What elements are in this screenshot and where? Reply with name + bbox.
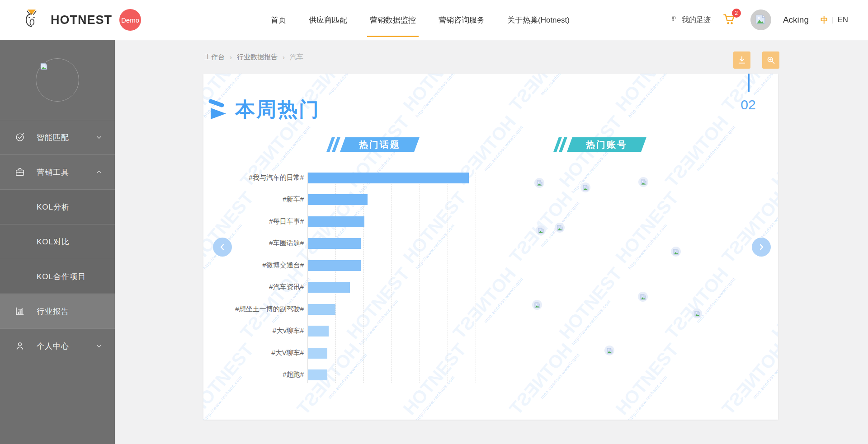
- brand-logo[interactable]: HOTNEST Demo: [20, 7, 194, 33]
- account-avatar[interactable]: [671, 247, 681, 257]
- page-number: 02: [733, 97, 763, 112]
- sidebar-item-label: 行业报告: [37, 306, 69, 317]
- sidebar-item-label: KOL合作项目: [37, 271, 86, 282]
- nav-item-supplier-match[interactable]: 供应商匹配: [308, 12, 348, 28]
- accounts-section-label: 热门账号: [586, 139, 627, 151]
- topics-section-label: 热门话题: [359, 139, 401, 151]
- previous-slide-button[interactable]: [213, 238, 232, 257]
- sidebar-item-label: 个人中心: [37, 341, 69, 351]
- topbar-right: 我的足迹 2 Acking 中 | EN: [670, 9, 848, 30]
- accounts-section-ribbon: 热门账号: [556, 137, 644, 152]
- nav-item-home[interactable]: 首页: [270, 12, 287, 28]
- sidebar-item-smart-match[interactable]: 智能匹配: [0, 120, 115, 154]
- main-content: 工作台 › 行业数据报告 › 汽车 HOTNESThttp://www.rech…: [115, 40, 868, 444]
- sidebar-item-marketing-tools[interactable]: 营销工具: [0, 154, 115, 189]
- sidebar-item-label: KOL分析: [37, 202, 70, 212]
- sidebar-item-kol-analysis[interactable]: KOL分析: [0, 189, 115, 224]
- brand-name: HOTNEST: [51, 13, 112, 27]
- account-avatar[interactable]: [532, 300, 542, 310]
- breadcrumb-separator: ›: [230, 53, 232, 61]
- username-label[interactable]: Acking: [783, 15, 809, 25]
- chevron-up-icon: [96, 169, 102, 175]
- account-avatar[interactable]: [555, 223, 565, 233]
- slide-title: 本周热门: [235, 96, 320, 123]
- sidebar-item-label: KOL对比: [37, 237, 70, 247]
- account-avatar[interactable]: [638, 292, 648, 302]
- footprint-icon: [670, 14, 678, 25]
- account-avatar[interactable]: [604, 346, 614, 355]
- page-number-line: [748, 74, 750, 92]
- topbar: HOTNEST Demo 首页 供应商匹配 营销数据监控 营销咨询服务 关于热巢…: [0, 0, 868, 40]
- lang-en-option[interactable]: EN: [837, 15, 848, 24]
- language-switcher: 中 | EN: [821, 15, 848, 25]
- sidebar-item-label: 智能匹配: [37, 132, 69, 143]
- chevron-down-icon: [96, 134, 102, 140]
- account-avatar[interactable]: [536, 225, 546, 235]
- breadcrumb-industry-reports[interactable]: 行业数据报告: [237, 53, 278, 61]
- broken-image-icon: [755, 14, 766, 25]
- chevron-right-icon: [757, 243, 765, 251]
- account-avatar[interactable]: [534, 178, 544, 188]
- sidebar-item-kol-compare[interactable]: KOL对比: [0, 224, 115, 259]
- my-footprints-link[interactable]: 我的足迹: [670, 14, 711, 25]
- breadcrumb: 工作台 › 行业数据报告 › 汽车: [204, 53, 303, 61]
- broken-image-icon: [40, 62, 48, 70]
- lang-zh-option[interactable]: 中: [821, 15, 828, 25]
- accounts-scatter: [203, 74, 778, 420]
- sidebar-menu: 智能匹配 营销工具 KOL分析 KOL对比 KOL合作项目: [0, 120, 115, 363]
- user-avatar[interactable]: [750, 9, 771, 30]
- account-avatar[interactable]: [580, 182, 590, 192]
- bar-chart-icon: [15, 306, 26, 316]
- lang-divider: |: [832, 15, 834, 24]
- cart-count-badge: 2: [732, 9, 741, 18]
- sidebar-logo-placeholder: [0, 40, 115, 120]
- chevron-down-icon: [96, 343, 102, 349]
- download-icon: [737, 56, 746, 65]
- sidebar-item-label: 营销工具: [37, 167, 69, 178]
- owl-logo-icon: [20, 7, 43, 33]
- fullscreen-zoom-button[interactable]: [762, 51, 779, 69]
- nav-item-consulting[interactable]: 营销咨询服务: [438, 12, 486, 28]
- target-icon: [15, 132, 26, 142]
- sidebar-logo-circle: [36, 58, 79, 102]
- cart-button[interactable]: 2: [722, 13, 736, 27]
- my-footprints-label: 我的足迹: [682, 15, 711, 25]
- sidebar-item-kol-projects[interactable]: KOL合作项目: [0, 259, 115, 294]
- chevron-left-icon: [218, 243, 226, 251]
- zoom-in-icon: [766, 56, 775, 65]
- briefcase-icon: [15, 167, 26, 177]
- next-slide-button[interactable]: [752, 238, 771, 257]
- account-avatar[interactable]: [692, 308, 702, 318]
- download-report-button[interactable]: [733, 51, 750, 69]
- report-card: HOTNESThttp://www.rechaos.comHOTNESThttp…: [203, 74, 778, 420]
- sidebar-item-personal-center[interactable]: 个人中心: [0, 328, 115, 363]
- user-icon: [15, 341, 26, 351]
- breadcrumb-separator: ›: [283, 53, 285, 61]
- play-arrow-icon: [207, 98, 228, 122]
- topics-section-ribbon: 热门话题: [329, 137, 417, 152]
- sidebar: 智能匹配 营销工具 KOL分析 KOL对比 KOL合作项目: [0, 40, 115, 444]
- account-avatar[interactable]: [638, 177, 648, 187]
- breadcrumb-workbench[interactable]: 工作台: [204, 53, 225, 61]
- slide-title-row: 本周热门: [207, 96, 320, 123]
- breadcrumb-current-auto: 汽车: [290, 53, 303, 61]
- nav-item-about[interactable]: 关于热巢(Hotnest): [506, 12, 571, 28]
- sidebar-item-industry-reports[interactable]: 行业报告: [0, 294, 115, 328]
- main-nav: 首页 供应商匹配 营销数据监控 营销咨询服务 关于热巢(Hotnest): [270, 12, 571, 28]
- demo-badge: Demo: [119, 9, 141, 31]
- nav-item-marketing-data[interactable]: 营销数据监控: [369, 12, 417, 28]
- cart-icon: [722, 19, 736, 27]
